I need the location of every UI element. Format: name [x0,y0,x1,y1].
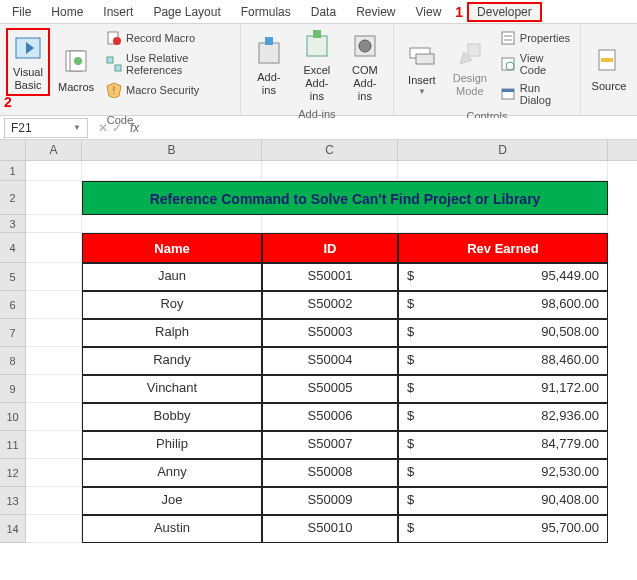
cell[interactable] [82,215,262,233]
row-header[interactable]: 14 [0,515,26,543]
table-header-name[interactable]: Name [82,233,262,263]
cell-id[interactable]: S50010 [262,515,398,543]
cell-name[interactable]: Anny [82,459,262,487]
name-box[interactable]: F21 ▼ [4,118,88,138]
cell-id[interactable]: S50002 [262,291,398,319]
fx-icon[interactable]: fx [126,121,143,135]
macro-security-button[interactable]: ! Macro Security [102,80,234,100]
column-header-D[interactable]: D [398,140,608,160]
row-header[interactable]: 1 [0,161,26,181]
cell-name[interactable]: Roy [82,291,262,319]
cell-id[interactable]: S50005 [262,375,398,403]
column-header-B[interactable]: B [82,140,262,160]
tab-formulas[interactable]: Formulas [231,2,301,22]
row-header[interactable]: 3 [0,215,26,233]
cell[interactable] [26,263,82,291]
cell-id[interactable]: S50009 [262,487,398,515]
row-header[interactable]: 2 [0,181,26,215]
row-header[interactable]: 6 [0,291,26,319]
row-header[interactable]: 11 [0,431,26,459]
tab-file[interactable]: File [2,2,41,22]
tab-developer[interactable]: Developer [467,2,542,22]
tab-insert[interactable]: Insert [93,2,143,22]
cell[interactable] [26,291,82,319]
cell[interactable] [26,459,82,487]
enter-icon[interactable]: ✓ [112,121,122,135]
row-header[interactable]: 13 [0,487,26,515]
cell-rev[interactable]: $91,172.00 [398,375,608,403]
design-mode-button[interactable]: Design Mode [448,28,492,108]
column-header-C[interactable]: C [262,140,398,160]
column-header-A[interactable]: A [26,140,82,160]
tab-data[interactable]: Data [301,2,346,22]
cell[interactable] [26,515,82,543]
com-addins-button[interactable]: COM Add-ins [343,28,387,106]
title-banner[interactable]: Reference Command to Solve Can't Find Pr… [82,181,608,215]
row-header[interactable]: 4 [0,233,26,263]
row-header[interactable]: 10 [0,403,26,431]
row-header[interactable]: 5 [0,263,26,291]
properties-button[interactable]: Properties [496,28,574,48]
cell-rev[interactable]: $98,600.00 [398,291,608,319]
tab-view[interactable]: View [406,2,452,22]
cell[interactable] [26,403,82,431]
cell[interactable] [26,181,82,215]
cell[interactable] [26,215,82,233]
cell[interactable] [26,347,82,375]
excel-addins-button[interactable]: Excel Add-ins [295,28,339,106]
source-button[interactable]: Source [587,28,631,111]
cell[interactable] [26,431,82,459]
cell-name[interactable]: Jaun [82,263,262,291]
record-macro-button[interactable]: Record Macro [102,28,234,48]
cell-rev[interactable]: $90,508.00 [398,319,608,347]
cell-name[interactable]: Ralph [82,319,262,347]
cell-id[interactable]: S50008 [262,459,398,487]
cell-name[interactable]: Randy [82,347,262,375]
cell-rev[interactable]: $84,779.00 [398,431,608,459]
cell-rev[interactable]: $82,936.00 [398,403,608,431]
tab-home[interactable]: Home [41,2,93,22]
cell[interactable] [82,161,262,181]
row-header[interactable]: 7 [0,319,26,347]
cell-name[interactable]: Joe [82,487,262,515]
chevron-down-icon[interactable]: ▼ [73,123,81,132]
cell[interactable] [262,215,398,233]
cell-id[interactable]: S50001 [262,263,398,291]
cell[interactable] [26,319,82,347]
cell-id[interactable]: S50003 [262,319,398,347]
cell-name[interactable]: Austin [82,515,262,543]
visual-basic-button[interactable]: Visual Basic [6,28,50,96]
macros-button[interactable]: Macros [54,28,98,112]
cell-rev[interactable]: $95,449.00 [398,263,608,291]
insert-control-button[interactable]: Insert ▼ [400,28,444,108]
cell-name[interactable]: Vinchant [82,375,262,403]
table-header-rev[interactable]: Rev Earned [398,233,608,263]
cell-id[interactable]: S50007 [262,431,398,459]
select-all-corner[interactable] [0,140,26,160]
cell-name[interactable]: Bobby [82,403,262,431]
run-dialog-button[interactable]: Run Dialog [496,80,574,108]
cell[interactable] [262,161,398,181]
tab-page-layout[interactable]: Page Layout [143,2,230,22]
cancel-icon[interactable]: ✕ [98,121,108,135]
cell[interactable] [26,233,82,263]
row-header[interactable]: 12 [0,459,26,487]
cell-name[interactable]: Philip [82,431,262,459]
row-header[interactable]: 8 [0,347,26,375]
cell[interactable] [26,487,82,515]
formula-input[interactable] [149,118,637,137]
addins-button[interactable]: Add- ins [247,28,291,106]
cell[interactable] [398,215,608,233]
cell-id[interactable]: S50004 [262,347,398,375]
use-relative-button[interactable]: Use Relative References [102,50,234,78]
cell-rev[interactable]: $95,700.00 [398,515,608,543]
cell[interactable] [26,161,82,181]
cell[interactable] [26,375,82,403]
view-code-button[interactable]: View Code [496,50,574,78]
row-header[interactable]: 9 [0,375,26,403]
cell-rev[interactable]: $90,408.00 [398,487,608,515]
cell-rev[interactable]: $88,460.00 [398,347,608,375]
tab-review[interactable]: Review [346,2,405,22]
cell[interactable] [398,161,608,181]
cell-id[interactable]: S50006 [262,403,398,431]
